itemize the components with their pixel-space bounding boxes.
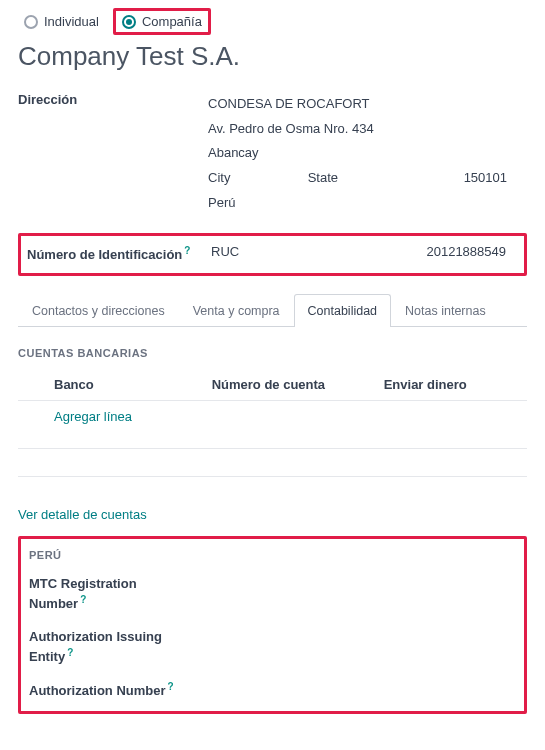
radio-individual-label: Individual	[44, 14, 99, 29]
address-zip: 150101	[407, 166, 527, 191]
bank-heading: CUENTAS BANCARIAS	[18, 347, 527, 359]
bank-table: Banco Número de cuenta Enviar dinero Agr…	[18, 373, 527, 477]
identification-number: 20121888549	[361, 244, 518, 259]
help-icon[interactable]: ?	[168, 681, 174, 692]
address-name: CONDESA DE ROCAFORT	[208, 92, 527, 117]
radio-company-label: Compañía	[142, 14, 202, 29]
tab-accounting[interactable]: Contabilidad	[294, 294, 392, 327]
help-icon[interactable]: ?	[67, 647, 73, 658]
radio-company-wrapper[interactable]: Compañía	[113, 8, 211, 35]
radio-company[interactable]	[122, 15, 136, 29]
tab-notes[interactable]: Notas internas	[391, 294, 500, 327]
help-icon[interactable]: ?	[80, 594, 86, 605]
address-street: Av. Pedro de Osma Nro. 434	[208, 117, 527, 142]
tab-contacts[interactable]: Contactos y direcciones	[18, 294, 179, 327]
peru-mtc-label: MTC Registration Number?	[29, 575, 189, 614]
radio-individual-wrapper[interactable]: Individual	[18, 11, 105, 32]
peru-issuing-label: Authorization Issuing Entity?	[29, 628, 189, 667]
add-line-link[interactable]: Agregar línea	[54, 409, 132, 424]
identification-label: Número de Identificación?	[27, 244, 211, 265]
bank-col-send: Enviar dinero	[384, 377, 527, 392]
address-block: Dirección CONDESA DE ROCAFORT Av. Pedro …	[18, 92, 527, 215]
address-country: Perú	[208, 191, 527, 216]
bank-col-bank: Banco	[54, 377, 212, 392]
address-city: City	[208, 166, 308, 191]
peru-heading: PERÚ	[29, 549, 516, 561]
tab-sales[interactable]: Venta y compra	[179, 294, 294, 327]
peru-authnum-label: Authorization Number?	[29, 680, 189, 701]
address-city2: Abancay	[208, 141, 527, 166]
identification-block: Número de Identificación? RUC 2012188854…	[18, 233, 527, 276]
address-state: State	[308, 166, 408, 191]
partner-type-radio-group: Individual Compañía	[18, 8, 527, 35]
company-name: Company Test S.A.	[18, 41, 527, 72]
bank-col-account: Número de cuenta	[212, 377, 384, 392]
bank-table-footer	[18, 455, 527, 477]
radio-individual[interactable]	[24, 15, 38, 29]
tab-bar: Contactos y direcciones Venta y compra C…	[18, 294, 527, 327]
view-accounts-link[interactable]: Ver detalle de cuentas	[18, 507, 527, 522]
address-label: Dirección	[18, 92, 208, 107]
help-icon[interactable]: ?	[184, 245, 190, 256]
identification-type: RUC	[211, 244, 361, 259]
peru-block: PERÚ MTC Registration Number? Authorizat…	[18, 536, 527, 714]
